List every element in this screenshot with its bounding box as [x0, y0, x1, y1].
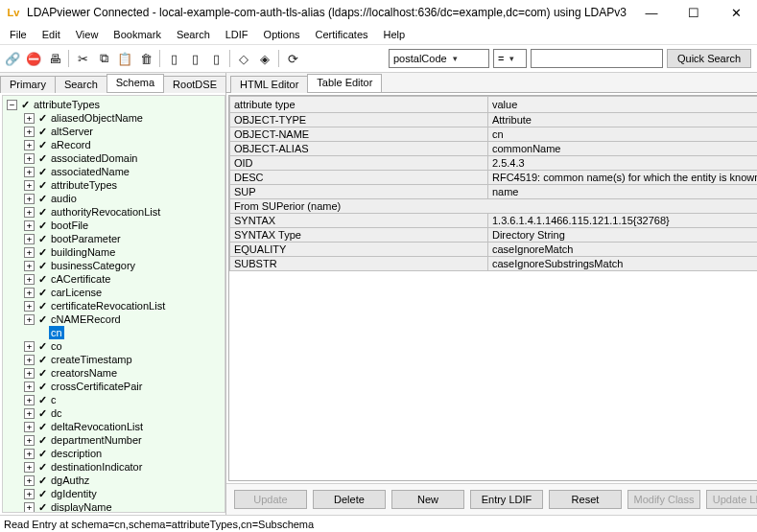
- expand-icon[interactable]: +: [24, 180, 35, 191]
- expand-icon[interactable]: +: [24, 127, 35, 137]
- menu-help[interactable]: Help: [376, 27, 414, 42]
- close-button[interactable]: ✕: [715, 0, 757, 25]
- tree-node[interactable]: +✓departmentNumber: [3, 433, 225, 447]
- tree-node[interactable]: +✓altServer: [3, 125, 225, 138]
- cut-icon[interactable]: ✂: [72, 49, 93, 68]
- expand-icon[interactable]: +: [24, 113, 35, 124]
- tree-node[interactable]: +✓dgAuthz: [3, 474, 225, 487]
- copy-icon[interactable]: ⧉: [93, 49, 114, 68]
- disconnect-icon[interactable]: ⛔: [23, 49, 44, 68]
- table-row[interactable]: OID2.5.4.3: [229, 156, 757, 171]
- tree-node[interactable]: +✓c: [3, 393, 225, 406]
- expand-icon[interactable]: +: [24, 314, 35, 325]
- expand-icon[interactable]: +: [24, 422, 35, 432]
- delete-icon[interactable]: 🗑: [135, 49, 156, 68]
- expand-icon[interactable]: +: [24, 462, 35, 473]
- tree-node[interactable]: +✓aRecord: [3, 138, 225, 151]
- new-entry-icon[interactable]: ▯: [163, 49, 184, 68]
- table-row[interactable]: OBJECT-NAMEcn: [229, 127, 757, 142]
- refresh-icon[interactable]: ⟳: [282, 49, 303, 68]
- expand-icon[interactable]: +: [24, 261, 35, 271]
- menu-search[interactable]: Search: [169, 27, 218, 42]
- expand-icon[interactable]: +: [24, 502, 35, 513]
- tree-node[interactable]: +✓deltaRevocationList: [3, 420, 225, 433]
- menu-certificates[interactable]: Certificates: [308, 27, 376, 42]
- tree-node[interactable]: +✓bootParameter: [3, 232, 225, 245]
- tree-node[interactable]: +✓associatedDomain: [3, 151, 225, 165]
- entry-ldif-button[interactable]: Entry LDIF: [470, 490, 543, 509]
- expand-icon[interactable]: +: [24, 355, 35, 365]
- tree-node[interactable]: +✓co: [3, 339, 225, 353]
- tree-node[interactable]: +✓cNAMERecord: [3, 312, 225, 326]
- menu-view[interactable]: View: [68, 27, 106, 42]
- expand-icon[interactable]: +: [24, 301, 35, 312]
- expand-icon[interactable]: +: [24, 167, 35, 177]
- tab-html-editor[interactable]: HTML Editor: [230, 76, 308, 93]
- tree-node[interactable]: +✓businessCategory: [3, 259, 225, 272]
- menu-options[interactable]: Options: [256, 27, 308, 42]
- tree-node[interactable]: −✓attributeTypes: [3, 98, 225, 111]
- expand-icon[interactable]: +: [24, 247, 35, 258]
- table-row[interactable]: EQUALITYcaseIgnoreMatch: [229, 243, 757, 257]
- tree-node[interactable]: +✓bootFile: [3, 219, 225, 232]
- delete-button[interactable]: Delete: [313, 490, 386, 509]
- table-row[interactable]: OBJECT-ALIAScommonName: [229, 142, 757, 156]
- tab-primary[interactable]: Primary: [0, 76, 56, 93]
- column-header[interactable]: attribute type: [229, 97, 487, 113]
- maximize-button[interactable]: ☐: [673, 0, 715, 25]
- expand-icon[interactable]: +: [24, 489, 35, 499]
- attribute-select[interactable]: postalCode ▾: [389, 49, 489, 68]
- tree-node[interactable]: +✓associatedName: [3, 165, 225, 178]
- new-button[interactable]: New: [391, 490, 464, 509]
- tree-node[interactable]: +✓cn: [3, 326, 225, 339]
- expand-icon[interactable]: +: [24, 220, 35, 231]
- tab-rootdse[interactable]: RootDSE: [163, 76, 226, 93]
- menu-edit[interactable]: Edit: [35, 27, 68, 42]
- expand-icon[interactable]: +: [24, 234, 35, 244]
- print-icon[interactable]: 🖶: [44, 49, 65, 68]
- bookmark-all-icon[interactable]: ◈: [254, 49, 275, 68]
- tree-node[interactable]: +✓description: [3, 447, 225, 460]
- expand-icon[interactable]: +: [24, 274, 35, 285]
- expand-icon[interactable]: +: [24, 207, 35, 218]
- expand-icon[interactable]: +: [24, 382, 35, 392]
- tree-node[interactable]: +✓aliasedObjectName: [3, 111, 225, 125]
- tree-node[interactable]: +✓dc: [3, 406, 225, 420]
- expand-icon[interactable]: +: [24, 341, 35, 352]
- tree-node[interactable]: +✓authorityRevocationList: [3, 205, 225, 219]
- table-row[interactable]: DESCRFC4519: common name(s) for which th…: [229, 171, 757, 185]
- tree-node[interactable]: +✓attributeTypes: [3, 178, 225, 192]
- search-input[interactable]: [531, 49, 663, 68]
- tree-node[interactable]: +✓buildingName: [3, 245, 225, 259]
- operator-select[interactable]: = ▾: [493, 49, 527, 68]
- tree-node[interactable]: +✓creatorsName: [3, 366, 225, 380]
- tab-search[interactable]: Search: [55, 76, 107, 93]
- quick-search-button[interactable]: Quick Search: [667, 49, 751, 68]
- tree-node[interactable]: +✓audio: [3, 192, 225, 205]
- expand-icon[interactable]: +: [24, 395, 35, 405]
- table-row[interactable]: SUPname: [229, 185, 757, 199]
- expand-icon[interactable]: +: [24, 408, 35, 419]
- tree-node[interactable]: +✓dgIdentity: [3, 487, 225, 500]
- tab-schema[interactable]: Schema: [106, 74, 164, 92]
- tab-table-editor[interactable]: Table Editor: [307, 74, 382, 92]
- new-child-icon[interactable]: ▯: [184, 49, 205, 68]
- tree-node[interactable]: +✓crossCertificatePair: [3, 380, 225, 393]
- paste-icon[interactable]: 📋: [114, 49, 135, 68]
- collapse-icon[interactable]: −: [7, 100, 17, 110]
- table-row[interactable]: SUBSTRcaseIgnoreSubstringsMatch: [229, 257, 757, 271]
- expand-icon[interactable]: +: [24, 288, 35, 298]
- menu-file[interactable]: File: [2, 27, 35, 42]
- tree-node[interactable]: +✓destinationIndicator: [3, 460, 225, 474]
- expand-icon[interactable]: +: [24, 475, 35, 486]
- tree-node[interactable]: +✓certificateRevocationList: [3, 299, 225, 312]
- rename-icon[interactable]: ▯: [205, 49, 226, 68]
- expand-icon[interactable]: +: [24, 368, 35, 379]
- connect-icon[interactable]: 🔗: [2, 49, 23, 68]
- expand-icon[interactable]: +: [24, 153, 35, 164]
- expand-icon[interactable]: +: [24, 194, 35, 204]
- expand-icon[interactable]: +: [24, 449, 35, 459]
- table-row[interactable]: OBJECT-TYPEAttribute: [229, 113, 757, 127]
- minimize-button[interactable]: —: [630, 0, 673, 25]
- expand-icon[interactable]: +: [24, 435, 35, 446]
